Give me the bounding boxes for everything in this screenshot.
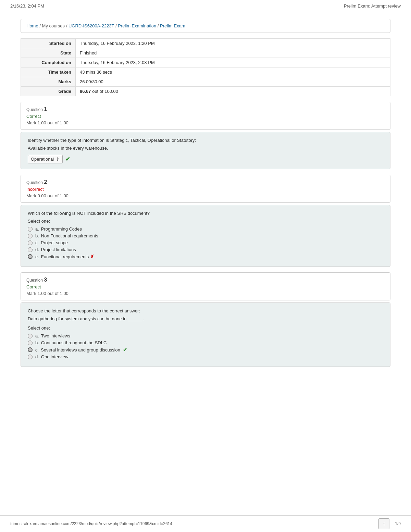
q3-option-d: d. One interview (28, 354, 383, 359)
info-marks-row: Marks 26.00/30.00 (21, 77, 390, 87)
q3-letter-a: a. (35, 333, 39, 338)
q2-option-b: b. Non Functional requirements (28, 233, 383, 238)
q2-option-e: e. Functional requirements ✗ (28, 254, 383, 259)
breadcrumb: Home / My courses / UGRD-IS6200A-2223T /… (26, 23, 385, 28)
question-1-text: Identify whether the type of information… (28, 138, 383, 143)
q3-text-c: Several interviews and group discussion (41, 347, 120, 352)
question-1-answer-row: Operational ⇕ ✔ (28, 155, 383, 163)
question-2-mark: Mark 0.00 out of 1.00 (26, 193, 385, 198)
q2-radio-c (28, 240, 33, 245)
grade-value-bold: 86.67 (80, 89, 91, 94)
grade-value-rest: out of 100.00 (91, 89, 119, 94)
breadcrumb-home[interactable]: Home (26, 23, 38, 28)
q3-letter-c: c. (35, 347, 39, 352)
q2-radio-b (28, 234, 33, 238)
q3-text-a: Two interviews (41, 333, 70, 338)
question-1-mark: Mark 1.00 out of 1.00 (26, 120, 385, 125)
q2-text-a: Programming Codes (41, 226, 82, 232)
breadcrumb-prelim-exam[interactable]: Prelim Exam (160, 23, 185, 28)
q3-check-icon: ✔ (123, 347, 127, 352)
question-1-dropdown[interactable]: Operational ⇕ (28, 155, 63, 163)
question-2-number: 2 (44, 179, 47, 185)
time-taken-value: 43 mins 36 secs (76, 67, 390, 77)
scroll-top-button[interactable]: ↑ (378, 518, 389, 529)
question-2-label: Question 2 (26, 179, 385, 185)
q3-letter-b: b. (35, 340, 39, 345)
page-footer: trimestralexam.amaesonline.com/2223/mod/… (0, 515, 411, 532)
question-3-text: Choose the letter that corresponds to th… (28, 308, 383, 313)
q2-text-d: Project limitations (41, 247, 76, 252)
started-on-value: Thursday, 16 February 2023, 1:20 PM (76, 39, 390, 48)
q2-option-d: d. Project limitations (28, 247, 383, 252)
q3-text-b: Continuous throughout the SDLC (41, 340, 107, 345)
marks-label: Marks (21, 77, 76, 87)
q2-letter-c: c. (35, 240, 39, 245)
question-3-status: Correct (26, 284, 385, 289)
question-2-content-card: Which of the following is NOT included i… (21, 205, 390, 267)
info-grade-row: Grade 86.67 out of 100.00 (21, 87, 390, 96)
question-2-status-card: Question 2 Incorrect Mark 0.00 out of 1.… (21, 175, 390, 203)
breadcrumb-mycourses: My courses (42, 23, 65, 28)
time-taken-label: Time taken (21, 67, 76, 77)
q3-radio-c (28, 347, 33, 352)
info-completed-on-row: Completed on Thursday, 16 February 2023,… (21, 58, 390, 67)
question-3-subtext: Data gathering for system analysis can b… (28, 316, 383, 321)
info-table: Started on Thursday, 16 February 2023, 1… (21, 38, 390, 96)
question-2-status: Incorrect (26, 187, 385, 192)
q2-letter-e: e. (35, 254, 39, 259)
q2-text-e: Functional requirements (41, 254, 89, 259)
question-1-content-card: Identify whether the type of information… (21, 132, 390, 169)
breadcrumb-sep1: / (39, 23, 42, 28)
q3-letter-d: d. (35, 354, 39, 359)
q2-letter-b: b. (35, 233, 39, 238)
marks-value: 26.00/30.00 (76, 77, 390, 87)
info-started-on-row: Started on Thursday, 16 February 2023, 1… (21, 39, 390, 48)
q2-radio-e (28, 254, 33, 259)
breadcrumb-sep2: / (66, 23, 68, 28)
footer-right: ↑ 1/9 (378, 518, 401, 529)
question-3-label: Question 3 (26, 277, 385, 283)
breadcrumb-course[interactable]: UGRD-IS6200A-2223T (68, 23, 114, 28)
grade-label: Grade (21, 87, 76, 96)
question-2-select-one: Select one: (28, 219, 383, 224)
q3-option-b: b. Continuous throughout the SDLC (28, 340, 383, 345)
q2-option-c: c. Project scope (28, 240, 383, 245)
state-label: State (21, 48, 76, 58)
completed-on-label: Completed on (21, 58, 76, 67)
breadcrumb-sep4: / (158, 23, 160, 28)
q2-option-a: a. Programming Codes (28, 226, 383, 232)
question-3-status-card: Question 3 Correct Mark 1.00 out of 1.00 (21, 272, 390, 300)
q2-text-b: Non Functional requirements (41, 233, 98, 238)
q3-option-a: a. Two interviews (28, 333, 383, 338)
question-1-label: Question 1 (26, 106, 385, 112)
q2-text-c: Project scope (41, 240, 68, 245)
question-1-status: Correct (26, 114, 385, 119)
q2-letter-a: a. (35, 226, 39, 232)
q3-text-d: One interview (41, 354, 68, 359)
footer-url: trimestralexam.amaesonline.com/2223/mod/… (10, 521, 172, 526)
dropdown-value: Operational (31, 157, 54, 162)
page-header: 2/16/23, 2:04 PM Prelim Exam: Attempt re… (0, 0, 411, 12)
q3-radio-a (28, 334, 33, 338)
footer-page: 1/9 (395, 521, 401, 526)
question-3-content-card: Choose the letter that corresponds to th… (21, 302, 390, 367)
dropdown-arrow-icon: ⇕ (56, 157, 60, 162)
question-3-number: 3 (44, 277, 47, 283)
grade-value: 86.67 out of 100.00 (76, 87, 390, 96)
q3-radio-d (28, 355, 33, 359)
question-3-select-one: Select one: (28, 325, 383, 331)
question-1-subtext: Available stocks in the every warehouse. (28, 146, 383, 151)
header-datetime: 2/16/23, 2:04 PM (10, 3, 44, 9)
breadcrumb-container: Home / My courses / UGRD-IS6200A-2223T /… (21, 19, 390, 33)
q3-option-c: c. Several interviews and group discussi… (28, 347, 383, 352)
header-title: Prelim Exam: Attempt review (344, 3, 401, 9)
info-state-row: State Finished (21, 48, 390, 58)
breadcrumb-prelim-examination[interactable]: Prelim Examination (118, 23, 156, 28)
q2-radio-a (28, 227, 33, 232)
completed-on-value: Thursday, 16 February 2023, 2:03 PM (76, 58, 390, 67)
question-1-number: 1 (44, 106, 47, 112)
question-3-mark: Mark 1.00 out of 1.00 (26, 291, 385, 296)
state-value: Finished (76, 48, 390, 58)
info-time-taken-row: Time taken 43 mins 36 secs (21, 67, 390, 77)
question-1-correct-icon: ✔ (65, 156, 70, 162)
